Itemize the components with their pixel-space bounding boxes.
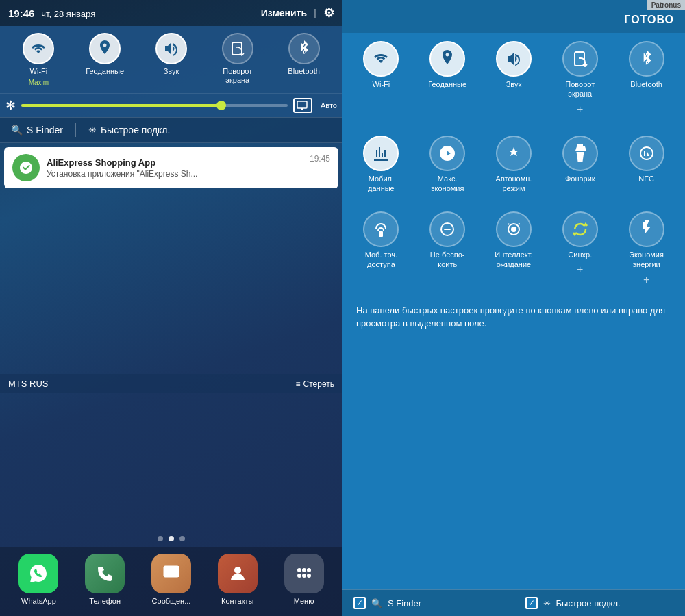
quick-connect-btn[interactable]: ✳ Быстрое подкл. bbox=[88, 125, 170, 136]
right-bottom-bar: ✓ 🔍 S Finder ✓ ✳ Быстрое подкл. bbox=[342, 589, 685, 616]
dnd-circle[interactable] bbox=[429, 211, 465, 247]
rotate-label: Поворотэкрана bbox=[223, 67, 252, 85]
mobiledata-label: Мобил.данные bbox=[368, 174, 395, 194]
svg-point-16 bbox=[511, 227, 516, 232]
done-button[interactable]: ГОТОВО bbox=[624, 14, 674, 26]
gear-icon[interactable]: ⚙ bbox=[323, 5, 334, 21]
sfinder-btn[interactable]: 🔍 S Finder bbox=[11, 125, 63, 136]
right-toggle-bt[interactable]: Bluetooth bbox=[617, 41, 675, 116]
hotspot-circle[interactable] bbox=[363, 211, 399, 247]
right-toggle-dnd[interactable]: Не беспо-коить bbox=[419, 211, 477, 286]
brightness-slider[interactable] bbox=[21, 104, 288, 107]
svg-rect-12 bbox=[379, 231, 383, 237]
contacts-icon[interactable] bbox=[218, 554, 258, 593]
right-wifi-label: Wi-Fi bbox=[373, 79, 390, 89]
rotate-plus[interactable]: + bbox=[577, 103, 583, 116]
auto-icon[interactable] bbox=[293, 98, 312, 113]
message-icon[interactable] bbox=[151, 554, 191, 593]
sync-circle[interactable] bbox=[562, 211, 598, 247]
messages-label: Сообщен... bbox=[152, 597, 191, 605]
right-sfinder-btn[interactable]: ✓ 🔍 S Finder bbox=[342, 590, 514, 616]
dock-whatsapp[interactable]: WhatsApp bbox=[18, 554, 58, 605]
clear-label: Стереть bbox=[303, 379, 334, 389]
sync-plus[interactable]: + bbox=[577, 264, 583, 276]
svg-rect-2 bbox=[301, 108, 303, 110]
status-bar: 19:46 чт, 28 января Изменить | ⚙ bbox=[0, 0, 342, 26]
right-sfinder-label: S Finder bbox=[388, 598, 421, 608]
flashlight-label: Фонарик bbox=[565, 174, 595, 183]
toggle-sound[interactable]: Звук bbox=[147, 33, 195, 86]
right-toggle-hotspot[interactable]: Моб. точ.доступа bbox=[352, 211, 410, 286]
right-wifi-circle[interactable] bbox=[363, 41, 399, 77]
quick-icon: ✳ bbox=[88, 125, 97, 136]
mobiledata-circle[interactable] bbox=[363, 136, 399, 171]
right-toggle-nfc[interactable]: NFC bbox=[617, 136, 675, 194]
right-toggle-automode[interactable]: Автономн.режим bbox=[484, 136, 543, 194]
divider-1 bbox=[348, 127, 680, 127]
app-container: 19:46 чт, 28 января Изменить | ⚙ bbox=[0, 0, 685, 616]
nfc-circle[interactable] bbox=[629, 136, 664, 171]
right-toggle-smartstay[interactable]: Интеллект.ожидание bbox=[484, 211, 543, 286]
toggle-rotate[interactable]: Поворотэкрана bbox=[214, 33, 262, 86]
powersave-plus[interactable]: + bbox=[643, 274, 649, 286]
whatsapp-icon[interactable] bbox=[18, 554, 58, 593]
right-toggle-sound[interactable]: Звук bbox=[484, 41, 543, 116]
toggle-bluetooth[interactable]: Bluetooth bbox=[280, 33, 328, 86]
right-toggle-powersave[interactable]: Экономияэнергии + bbox=[617, 211, 675, 286]
dock-contacts[interactable]: Контакты bbox=[218, 554, 258, 605]
right-toggle-mobiledata[interactable]: Мобил.данные bbox=[352, 136, 410, 194]
right-bt-circle[interactable] bbox=[629, 41, 664, 77]
clear-btn[interactable]: ≡ Стереть bbox=[296, 379, 334, 389]
automode-circle[interactable] bbox=[496, 136, 532, 171]
sound-circle[interactable] bbox=[155, 33, 187, 64]
svg-point-9 bbox=[302, 574, 306, 578]
right-row3: Моб. точ.доступа Не беспо-коить bbox=[348, 211, 680, 286]
dock: WhatsApp Телефон bbox=[0, 547, 342, 616]
brightness-row: ✻ Авто bbox=[0, 93, 342, 117]
right-quickconnect-btn[interactable]: ✓ ✳ Быстрое подкл. bbox=[514, 590, 686, 616]
right-toggle-flashlight[interactable]: Фонарик bbox=[551, 136, 609, 194]
right-toggle-geo[interactable]: Геоданные bbox=[419, 41, 477, 116]
right-toggle-maxeco[interactable]: Макс.экономия bbox=[419, 136, 477, 194]
smartstay-circle[interactable] bbox=[496, 211, 532, 247]
dock-menu[interactable]: Меню bbox=[284, 554, 324, 605]
toggle-geo[interactable]: Геоданные bbox=[81, 33, 129, 86]
brightness-thumb bbox=[216, 101, 226, 110]
dock-messages[interactable]: Сообщен... bbox=[151, 554, 191, 605]
wifi-circle[interactable] bbox=[23, 33, 54, 64]
notif-content: AliExpress Shopping App Установка прилож… bbox=[47, 157, 303, 179]
right-toggles-row1: Wi-Fi Геоданные bbox=[342, 33, 685, 124]
geo-circle[interactable] bbox=[89, 33, 121, 64]
quickconnect-checkbox[interactable]: ✓ bbox=[525, 597, 538, 609]
powersave-circle[interactable] bbox=[629, 211, 664, 247]
rotate-circle[interactable] bbox=[222, 33, 253, 64]
brightness-fill bbox=[21, 104, 221, 107]
automode-label: Автономн.режим bbox=[496, 174, 532, 194]
patronus-badge: Patronus bbox=[647, 0, 685, 10]
flashlight-circle[interactable] bbox=[562, 136, 598, 171]
dock-phone[interactable]: Телефон bbox=[85, 554, 125, 605]
svg-point-6 bbox=[302, 568, 306, 572]
sfinder-checkbox[interactable]: ✓ bbox=[353, 597, 366, 609]
right-toggles-row2-container: Мобил.данные Макс.экономия bbox=[342, 130, 685, 201]
status-date: чт, 28 января bbox=[41, 9, 95, 19]
right-header: Patronus ГОТОВО bbox=[342, 0, 685, 33]
bt-circle[interactable] bbox=[288, 33, 320, 64]
phone-icon[interactable] bbox=[85, 554, 125, 593]
right-toggle-wifi[interactable]: Wi-Fi bbox=[352, 41, 410, 116]
right-sound-circle[interactable] bbox=[496, 41, 532, 77]
geo-label: Геоданные bbox=[86, 67, 124, 76]
notification-card[interactable]: AliExpress Shopping App Установка прилож… bbox=[4, 147, 338, 188]
whatsapp-label: WhatsApp bbox=[21, 597, 56, 605]
right-toggle-sync[interactable]: Синхр. + bbox=[551, 211, 609, 286]
right-row1: Wi-Fi Геоданные bbox=[348, 41, 680, 116]
right-rotate-circle[interactable] bbox=[562, 41, 598, 77]
maxeco-circle[interactable] bbox=[429, 136, 465, 171]
menu-icon[interactable] bbox=[284, 554, 324, 593]
right-toggle-rotate[interactable]: Поворотэкрана + bbox=[551, 41, 609, 116]
right-geo-circle[interactable] bbox=[429, 41, 465, 77]
toggle-wifi[interactable]: Wi-Fi Maxim bbox=[14, 33, 62, 86]
right-panel: Patronus ГОТОВО Wi-Fi bbox=[342, 0, 685, 616]
clear-icon: ≡ bbox=[296, 379, 301, 389]
change-button[interactable]: Изменить bbox=[261, 8, 307, 18]
